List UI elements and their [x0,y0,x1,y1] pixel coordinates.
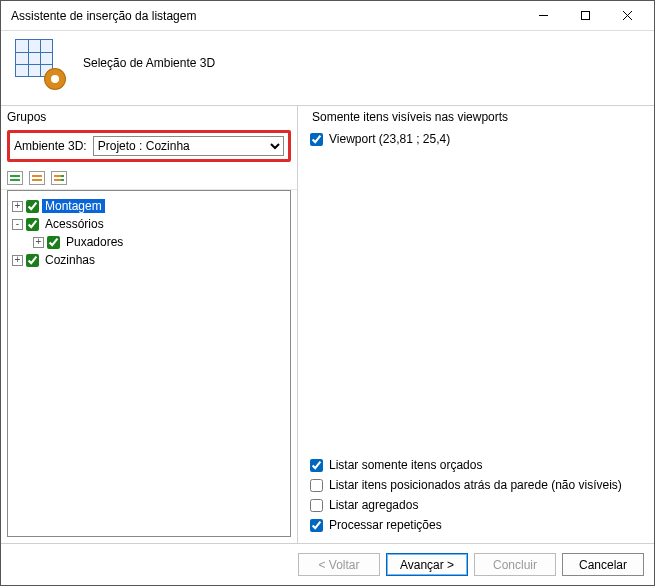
body: Grupos Ambiente 3D: Projeto : Cozinha + … [1,105,654,543]
expand-icon[interactable]: + [12,255,23,266]
cancel-button[interactable]: Cancelar [562,553,644,576]
tree-checkbox[interactable] [26,218,39,231]
grupos-label: Grupos [1,106,297,128]
groups-tree[interactable]: + Montagem - Acessórios + Puxadores + [7,190,291,537]
tree-checkbox[interactable] [26,254,39,267]
ambient-3d-label: Ambiente 3D: [14,139,87,153]
option-atras-parede[interactable]: Listar itens posicionados atrás da pared… [310,475,642,495]
right-panel: Somente itens visíveis nas viewports Vie… [298,106,654,543]
expand-icon[interactable]: + [12,201,23,212]
tree-node-acessorios[interactable]: - Acessórios [12,215,286,233]
header: Seleção de Ambiente 3D [1,31,654,105]
viewport-checkbox[interactable] [310,133,323,146]
tree-node-cozinhas[interactable]: + Cozinhas [12,251,286,269]
option-label: Processar repetições [329,518,442,532]
expand-icon[interactable]: + [33,237,44,248]
tree-node-puxadores[interactable]: + Puxadores [12,233,286,251]
option-label: Listar agregados [329,498,418,512]
tree-label: Montagem [42,199,105,213]
footer: < Voltar Avançar > Concluir Cancelar [1,543,654,585]
next-button[interactable]: Avançar > [386,553,468,576]
close-button[interactable] [606,2,648,30]
toggle-checks-icon[interactable] [51,171,67,185]
tree-label: Puxadores [63,235,126,249]
check-all-icon[interactable] [7,171,23,185]
tree-node-montagem[interactable]: + Montagem [12,197,286,215]
listing-wizard-icon [15,39,63,87]
option-checkbox[interactable] [310,519,323,532]
tree-label: Cozinhas [42,253,98,267]
option-checkbox[interactable] [310,479,323,492]
header-subtitle: Seleção de Ambiente 3D [83,56,215,70]
tree-toolbar [1,168,297,190]
option-agregados[interactable]: Listar agregados [310,495,642,515]
ambient-row-highlight: Ambiente 3D: Projeto : Cozinha [7,130,291,162]
viewport-item[interactable]: Viewport (23,81 ; 25,4) [310,130,642,148]
maximize-button[interactable] [564,2,606,30]
ambient-3d-select[interactable]: Projeto : Cozinha [93,136,284,156]
tree-checkbox[interactable] [26,200,39,213]
option-label: Listar itens posicionados atrás da pared… [329,478,622,492]
left-panel: Grupos Ambiente 3D: Projeto : Cozinha + … [1,106,298,543]
tree-checkbox[interactable] [47,236,60,249]
option-orcados[interactable]: Listar somente itens orçados [310,455,642,475]
window-root: Assistente de inserção da listagem Seleç… [0,0,655,586]
expand-icon[interactable]: - [12,219,23,230]
titlebar: Assistente de inserção da listagem [1,1,654,31]
window-title: Assistente de inserção da listagem [11,9,522,23]
option-repeticoes[interactable]: Processar repetições [310,515,642,535]
viewport-list: Viewport (23,81 ; 25,4) [306,128,646,451]
option-checkbox[interactable] [310,459,323,472]
viewport-label: Viewport (23,81 ; 25,4) [329,132,450,146]
option-label: Listar somente itens orçados [329,458,482,472]
uncheck-all-icon[interactable] [29,171,45,185]
option-checkbox[interactable] [310,499,323,512]
tree-label: Acessórios [42,217,107,231]
finish-button: Concluir [474,553,556,576]
back-button: < Voltar [298,553,380,576]
minimize-button[interactable] [522,2,564,30]
svg-rect-1 [581,12,589,20]
options-block: Listar somente itens orçados Listar iten… [306,451,646,543]
viewports-section-label: Somente itens visíveis nas viewports [306,106,646,128]
